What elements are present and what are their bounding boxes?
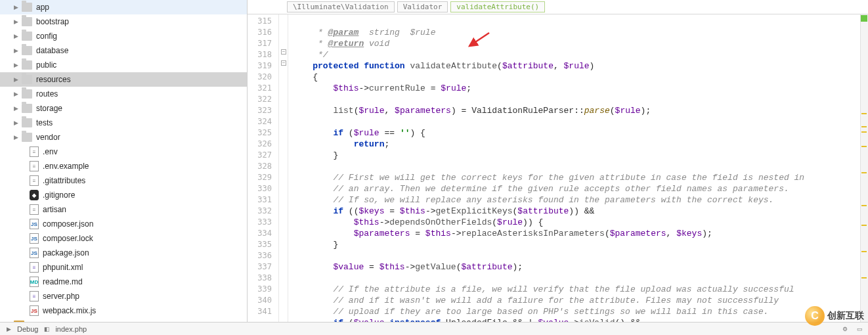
tree-folder-bootstrap[interactable]: ▶ bootstrap [0,14,247,29]
comment: // and if it wasn't we will add a failur… [313,296,779,305]
warning-mark[interactable] [861,172,867,173]
tree-file-composer-lock[interactable]: JS composer.lock [0,231,247,246]
tree-label: External Libraries [28,321,89,322]
tree-folder-config[interactable]: ▶ config [0,29,247,43]
fold-toggle-icon[interactable]: − [281,60,286,66]
breadcrumb-method[interactable]: validateAttribute() [450,1,545,12]
tree-file-readme-md[interactable]: MD readme.md [0,275,247,289]
var-this: $this [425,229,451,238]
warning-mark[interactable] [861,126,867,127]
method: getValue [415,262,456,272]
kw-protected: protected [313,61,358,71]
tree-label: composer.lock [43,234,93,243]
brace: } [313,150,338,160]
var: $parameters [395,106,451,116]
file-icon: ≡ [30,175,39,186]
var: $rule [358,106,384,116]
brace: { [313,72,318,82]
file-icon: JS [30,248,39,258]
expand-arrow-icon[interactable]: ▶ [12,105,20,112]
tree-folder-vendor[interactable]: ▶ vendor [0,130,247,145]
expand-arrow-icon[interactable]: ▶ [12,62,20,68]
tree-file-server-php[interactable]: ≡ server.php [0,289,247,303]
status-debug-label[interactable]: Debug [17,325,38,333]
expand-arrow-icon[interactable]: ▶ [12,120,20,126]
comment: // an array. Then we determine if the gi… [313,184,789,194]
comment: // First we will get the correct keys fo… [313,173,804,183]
file-icon: ≡ [30,262,39,273]
expand-arrow-icon[interactable]: ▶ [12,76,20,83]
file-icon: ≡ [30,204,39,215]
warning-mark[interactable] [861,146,867,147]
expand-arrow-icon[interactable]: ▶ [12,47,20,54]
tree-file--gitignore[interactable]: ◆ .gitignore [0,188,247,202]
tree-file-artisan[interactable]: ≡ artisan [0,202,247,217]
expand-arrow-icon[interactable]: ▶ [12,91,20,97]
tree-folder-public[interactable]: ▶ public [0,58,247,72]
doc-line: * [292,39,328,49]
folder-icon [22,17,32,26]
warning-mark[interactable] [861,225,867,226]
prop: currentRule [369,83,425,93]
var: $parameters [610,229,666,238]
breadcrumb-class[interactable]: Validator [397,1,448,12]
tree-file-composer-json[interactable]: JS composer.json [0,217,247,231]
warning-mark[interactable] [861,113,867,114]
breadcrumb-namespace[interactable]: \Illuminate\Validation [287,1,395,12]
tree-folder-routes[interactable]: ▶ routes [0,87,247,101]
comment: // upload if they are too large based on… [313,307,768,317]
fold-gutter[interactable]: − − [279,14,288,322]
tree-external-libraries[interactable]: ▶ External Libraries [0,318,247,322]
var: $attribute [502,61,553,71]
warning-mark[interactable] [861,131,867,133]
tree-label: app [36,3,49,12]
inspection-ok-icon [861,15,867,22]
kw-if: if [333,318,343,322]
status-bar: ▶ Debug ◧ index.php ⚙ ▭ [0,322,868,335]
tree-folder-app[interactable]: ▶ app [0,0,247,14]
var: $rule [441,83,466,93]
file-icon: ◆ [30,190,39,200]
tree-folder-database[interactable]: ▶ database [0,43,247,58]
method: dependsOnOtherFields [389,217,492,227]
tree-folder-tests[interactable]: ▶ tests [0,116,247,130]
project-tree[interactable]: ▶ app▶ bootstrap▶ config▶ database▶ publ… [0,0,248,322]
tree-file--env[interactable]: ≡ .env [0,145,247,159]
warning-mark[interactable] [861,205,867,206]
tree-file-webpack-mix-js[interactable]: JS webpack.mix.js [0,303,247,318]
method: isValid [579,318,615,322]
tree-label: .env [43,147,58,156]
tree-label: composer.json [43,219,93,229]
watermark-logo-icon: C [805,306,825,326]
tree-label: resources [36,75,71,84]
tree-file-phpunit-xml[interactable]: ≡ phpunit.xml [0,260,247,275]
expand-arrow-icon[interactable]: ▶ [12,18,20,25]
var-this: $this [354,217,380,227]
tree-folder-resources[interactable]: ▶ resources [0,72,247,87]
warning-mark[interactable] [861,277,867,279]
tree-file--gitattributes[interactable]: ≡ .gitattributes [0,173,247,188]
method: replaceAsterisksInParameters [461,229,604,238]
expand-arrow-icon[interactable]: ▶ [12,4,20,11]
class: ValidationRuleParser [471,106,574,116]
string: '' [400,128,410,138]
tree-folder-storage[interactable]: ▶ storage [0,101,247,116]
status-file-label[interactable]: index.php [55,325,87,333]
debug-icon[interactable]: ▶ [4,324,13,334]
code-editor[interactable]: * @param string $rule * @return void */ … [288,14,868,322]
expand-arrow-icon[interactable]: ▶ [12,134,20,141]
fold-toggle-icon[interactable]: − [281,49,286,55]
warning-mark[interactable] [861,251,867,252]
error-stripe[interactable] [860,14,868,322]
tree-file--env-example[interactable]: ≡ .env.example [0,159,247,173]
tree-label: public [36,60,56,70]
tree-label: tests [36,118,53,127]
kw-function: function [364,61,404,71]
folder-icon [22,104,32,113]
var: $rule [615,106,641,116]
tree-label: .gitignore [43,190,75,200]
doc-line: * [292,28,328,37]
tree-file-package-json[interactable]: JS package.json [0,246,247,260]
doc-end: */ [292,50,328,60]
expand-arrow-icon[interactable]: ▶ [12,33,20,39]
